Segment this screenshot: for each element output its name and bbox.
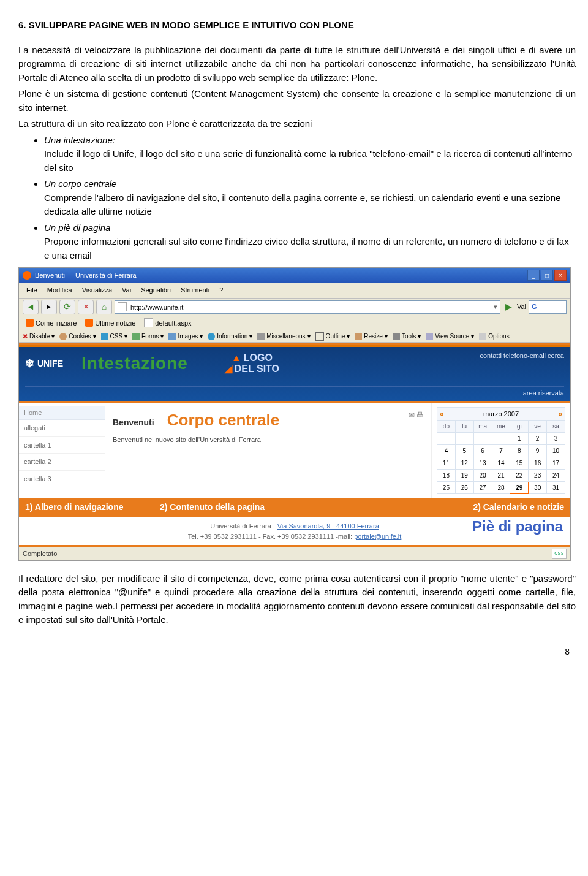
dev-forms[interactable]: Forms▾ bbox=[132, 332, 164, 341]
bookmark-label: Ultime notizie bbox=[95, 318, 135, 329]
images-icon bbox=[168, 333, 176, 340]
cal-day-cell[interactable]: 14 bbox=[492, 457, 510, 470]
annotation-bar: 1) Albero di navigazione 2) Contenuto de… bbox=[19, 498, 570, 517]
dev-viewsource[interactable]: View Source▾ bbox=[426, 332, 474, 341]
stop-button[interactable]: ✕ bbox=[78, 300, 94, 314]
paragraph: La struttura di un sito realizzato con P… bbox=[18, 117, 576, 131]
dev-cookies[interactable]: Cookies▾ bbox=[59, 332, 96, 341]
close-button[interactable]: × bbox=[554, 270, 567, 281]
dev-tools[interactable]: Tools▾ bbox=[393, 332, 421, 341]
dev-misc[interactable]: Miscellaneous▾ bbox=[257, 332, 310, 341]
bookmark-label: Come iniziare bbox=[36, 318, 77, 329]
unife-logo[interactable]: ❄ UNIFE bbox=[25, 356, 63, 372]
footer-email-link[interactable]: portale@unife.it bbox=[354, 533, 401, 540]
bullet-body: Include il logo di Unife, il logo del si… bbox=[44, 147, 576, 175]
cal-day-cell[interactable]: 15 bbox=[510, 457, 529, 470]
cal-day-cell[interactable]: 29 bbox=[510, 482, 529, 494]
cookie-icon bbox=[59, 333, 67, 340]
cal-day-cell[interactable]: 8 bbox=[510, 445, 529, 457]
cal-day-cell bbox=[437, 433, 456, 445]
cal-day-cell[interactable]: 2 bbox=[529, 433, 547, 445]
footer-address-link[interactable]: Via Savonarola, 9 - 44100 Ferrara bbox=[277, 522, 379, 530]
dev-disable[interactable]: ✖Disable▾ bbox=[23, 332, 55, 341]
cal-day-cell[interactable]: 18 bbox=[437, 470, 456, 482]
nav-item[interactable]: cartella 3 bbox=[19, 471, 105, 488]
bookmark-item[interactable]: Come iniziare bbox=[23, 318, 80, 329]
cal-day-cell[interactable]: 25 bbox=[437, 482, 456, 494]
resize-icon bbox=[355, 333, 362, 340]
dev-outline[interactable]: Outline▾ bbox=[315, 332, 350, 341]
cal-day-cell[interactable]: 12 bbox=[455, 457, 473, 470]
cal-day-cell[interactable]: 31 bbox=[547, 482, 565, 494]
maximize-button[interactable]: □ bbox=[541, 270, 553, 281]
nav-item[interactable]: cartella 1 bbox=[19, 437, 105, 454]
browser-toolbar: ◄ ► ⟳ ✕ ⌂ ▾ ▶ Vai G bbox=[19, 299, 570, 316]
bookmark-item[interactable]: default.aspx bbox=[141, 318, 194, 329]
cal-day-cell[interactable]: 16 bbox=[529, 457, 547, 470]
site-footer: Università di Ferrara - Via Savonarola, … bbox=[19, 517, 570, 545]
webdev-toolbar: ✖Disable▾ Cookies▾ CSS▾ Forms▾ Images▾ I… bbox=[19, 330, 570, 343]
cal-day-cell[interactable]: 10 bbox=[547, 445, 565, 457]
bookmark-item[interactable]: Ultime notizie bbox=[82, 318, 138, 329]
menu-edit[interactable]: Modifica bbox=[43, 284, 76, 297]
dropdown-icon[interactable]: ▾ bbox=[494, 302, 497, 312]
action-icons[interactable]: ✉ 🖶 bbox=[409, 409, 424, 421]
address-bar[interactable]: ▾ bbox=[115, 300, 500, 314]
menu-file[interactable]: File bbox=[23, 284, 41, 297]
url-input[interactable] bbox=[129, 303, 491, 311]
home-button[interactable]: ⌂ bbox=[96, 300, 112, 314]
cal-day-cell[interactable]: 13 bbox=[473, 457, 492, 470]
cal-day-cell[interactable]: 23 bbox=[529, 470, 547, 482]
minimize-button[interactable]: _ bbox=[527, 270, 540, 281]
cal-day-cell[interactable]: 6 bbox=[473, 445, 492, 457]
top-links[interactable]: contatti telefono-email cerca bbox=[480, 351, 564, 361]
area-riservata-link[interactable]: area riservata bbox=[25, 386, 564, 398]
cal-day-cell[interactable]: 22 bbox=[510, 470, 529, 482]
footer-text: Tel. +39 0532 2931111 - Fax. +39 0532 29… bbox=[188, 533, 355, 540]
annot-nav: 1) Albero di navigazione bbox=[25, 501, 160, 514]
cal-next[interactable]: » bbox=[559, 409, 562, 419]
page-content: Benvenuti Corpo centrale ✉ 🖶 Benvenuti n… bbox=[105, 403, 431, 498]
cal-day-cell[interactable]: 26 bbox=[455, 482, 473, 494]
search-box[interactable]: G bbox=[529, 300, 567, 314]
back-button[interactable]: ◄ bbox=[23, 300, 39, 314]
menu-help[interactable]: ? bbox=[216, 284, 227, 297]
tools-icon bbox=[393, 333, 400, 340]
cal-day-cell[interactable]: 5 bbox=[455, 445, 473, 457]
cal-day-cell[interactable]: 7 bbox=[492, 445, 510, 457]
cal-day-cell[interactable]: 9 bbox=[529, 445, 547, 457]
menu-go[interactable]: Vai bbox=[118, 284, 135, 297]
menu-view[interactable]: Visualizza bbox=[78, 284, 116, 297]
menu-tools[interactable]: Strumenti bbox=[177, 284, 213, 297]
page-icon bbox=[144, 318, 153, 327]
cal-day-header: ve bbox=[529, 421, 547, 433]
cal-day-cell[interactable]: 4 bbox=[437, 445, 456, 457]
cal-day-cell[interactable]: 1 bbox=[510, 433, 529, 445]
cal-day-cell[interactable]: 24 bbox=[547, 470, 565, 482]
forward-button[interactable]: ► bbox=[41, 300, 57, 314]
cal-day-cell[interactable]: 11 bbox=[437, 457, 456, 470]
page-number: 8 bbox=[18, 646, 570, 658]
cal-day-cell[interactable]: 21 bbox=[492, 470, 510, 482]
nav-home[interactable]: Home bbox=[19, 406, 105, 421]
nav-item[interactable]: cartella 2 bbox=[19, 454, 105, 471]
cal-day-cell[interactable]: 3 bbox=[547, 433, 565, 445]
dev-images[interactable]: Images▾ bbox=[168, 332, 203, 341]
go-button[interactable]: ▶ bbox=[505, 300, 512, 313]
cal-prev[interactable]: « bbox=[440, 409, 443, 419]
bullet-list: Una intestazione: Include il logo di Uni… bbox=[18, 134, 576, 263]
reload-button[interactable]: ⟳ bbox=[59, 300, 75, 314]
cal-day-cell[interactable]: 20 bbox=[473, 470, 492, 482]
cal-day-cell[interactable]: 19 bbox=[455, 470, 473, 482]
dev-css[interactable]: CSS▾ bbox=[101, 332, 128, 341]
annot-content: 2) Contenuto della pagina bbox=[160, 501, 405, 514]
cal-day-cell[interactable]: 30 bbox=[529, 482, 547, 494]
nav-item[interactable]: allegati bbox=[19, 420, 105, 437]
dev-options[interactable]: Options bbox=[479, 332, 509, 341]
cal-day-cell[interactable]: 17 bbox=[547, 457, 565, 470]
cal-day-cell[interactable]: 28 bbox=[492, 482, 510, 494]
dev-resize[interactable]: Resize▾ bbox=[355, 332, 388, 341]
menu-bookmarks[interactable]: Segnalibri bbox=[137, 284, 175, 297]
cal-day-cell[interactable]: 27 bbox=[473, 482, 492, 494]
dev-info[interactable]: Information▾ bbox=[208, 332, 252, 341]
